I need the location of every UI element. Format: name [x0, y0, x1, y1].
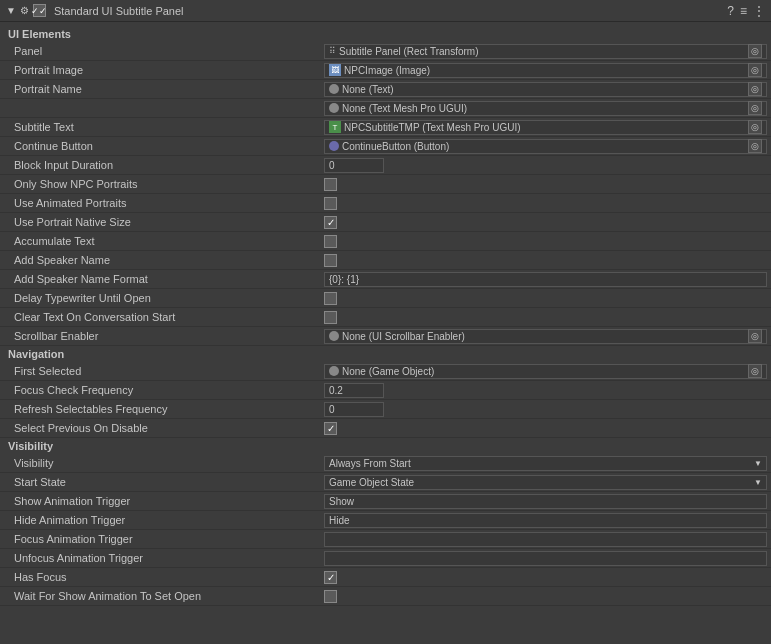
portrait-name-row: Portrait Name None (Text) ◎	[0, 80, 771, 99]
visibility-dd-arrow: ▼	[754, 459, 762, 468]
portrait-name2-field[interactable]: None (Text Mesh Pro UGUI) ◎	[324, 101, 767, 116]
add-speaker-name-row: Add Speaker Name	[0, 251, 771, 270]
subtitle-text-field[interactable]: T NPCSubtitleTMP (Text Mesh Pro UGUI) ◎	[324, 120, 767, 135]
add-speaker-name-checkbox[interactable]	[324, 254, 337, 267]
visibility-value[interactable]: Always From Start ▼	[320, 454, 771, 472]
title-bar: ▼ ⚙ ✓ Standard UI Subtitle Panel ? ≡ ⋮	[0, 0, 771, 22]
scrollbar-enabler-select-btn[interactable]: ◎	[748, 329, 762, 343]
scrollbar-enabler-text: None (UI Scrollbar Enabler)	[342, 331, 465, 342]
wait-show-anim-row: Wait For Show Animation To Set Open	[0, 587, 771, 606]
wait-show-anim-checkbox[interactable]	[324, 590, 337, 603]
wait-show-anim-value[interactable]	[320, 587, 771, 605]
portrait-name-field[interactable]: None (Text) ◎	[324, 82, 767, 97]
focus-check-value[interactable]: 0.2	[320, 381, 771, 399]
refresh-selectables-field[interactable]: 0	[324, 402, 384, 417]
has-focus-checkbox[interactable]	[324, 571, 337, 584]
clear-text-value[interactable]	[320, 308, 771, 326]
panel-select-btn[interactable]: ◎	[748, 44, 762, 58]
clear-text-checkbox[interactable]	[324, 311, 337, 324]
help-icon[interactable]: ?	[727, 4, 734, 18]
focus-check-field[interactable]: 0.2	[324, 383, 384, 398]
text-mesh-icon: T	[329, 121, 341, 133]
add-speaker-name-value[interactable]	[320, 251, 771, 269]
first-selected-select-btn[interactable]: ◎	[748, 364, 762, 378]
delay-typewriter-value[interactable]	[320, 289, 771, 307]
accumulate-text-checkbox[interactable]	[324, 235, 337, 248]
first-selected-value[interactable]: None (Game Object) ◎	[320, 362, 771, 380]
start-state-value[interactable]: Game Object State ▼	[320, 473, 771, 491]
only-show-npc-checkbox[interactable]	[324, 178, 337, 191]
accumulate-text-value[interactable]	[320, 232, 771, 250]
focus-anim-label: Focus Animation Trigger	[0, 533, 320, 545]
panel-field[interactable]: ⠿ Subtitle Panel (Rect Transform) ◎	[324, 44, 767, 59]
use-animated-value[interactable]	[320, 194, 771, 212]
continue-button-field[interactable]: ContinueButton (Button) ◎	[324, 139, 767, 154]
image-icon: 🖼	[329, 64, 341, 76]
delay-typewriter-checkbox[interactable]	[324, 292, 337, 305]
continue-button-label: Continue Button	[0, 140, 320, 152]
select-previous-value[interactable]	[320, 419, 771, 437]
refresh-selectables-value[interactable]: 0	[320, 400, 771, 418]
speaker-name-format-field[interactable]: {0}: {1}	[324, 272, 767, 287]
has-focus-value[interactable]	[320, 568, 771, 586]
use-animated-checkbox[interactable]	[324, 197, 337, 210]
portrait-name-value[interactable]: None (Text) ◎	[320, 80, 771, 98]
speaker-name-format-value[interactable]: {0}: {1}	[320, 270, 771, 288]
first-selected-none-icon	[329, 366, 339, 376]
portrait-name-select-btn[interactable]: ◎	[748, 82, 762, 96]
panel-value[interactable]: ⠿ Subtitle Panel (Rect Transform) ◎	[320, 42, 771, 60]
portrait-name2-select-btn[interactable]: ◎	[748, 101, 762, 115]
hide-anim-row: Hide Animation Trigger Hide	[0, 511, 771, 530]
portrait-image-field[interactable]: 🖼 NPCImage (Image) ◎	[324, 63, 767, 78]
scrollbar-enabler-value[interactable]: None (UI Scrollbar Enabler) ◎	[320, 327, 771, 345]
select-previous-checkbox[interactable]	[324, 422, 337, 435]
delay-typewriter-row: Delay Typewriter Until Open	[0, 289, 771, 308]
clear-text-label: Clear Text On Conversation Start	[0, 311, 320, 323]
subtitle-text-value[interactable]: T NPCSubtitleTMP (Text Mesh Pro UGUI) ◎	[320, 118, 771, 136]
block-input-value[interactable]: 0	[320, 156, 771, 174]
subtitle-text-select-btn[interactable]: ◎	[748, 120, 762, 134]
enabled-checkbox[interactable]: ✓	[33, 4, 46, 17]
unfocus-anim-field[interactable]	[324, 551, 767, 566]
hide-anim-value[interactable]: Hide	[320, 511, 771, 529]
use-portrait-native-value[interactable]	[320, 213, 771, 231]
continue-button-select-btn[interactable]: ◎	[748, 139, 762, 153]
first-selected-field[interactable]: None (Game Object) ◎	[324, 364, 767, 379]
focus-anim-field[interactable]	[324, 532, 767, 547]
continue-button-value[interactable]: ContinueButton (Button) ◎	[320, 137, 771, 155]
portrait-image-select-btn[interactable]: ◎	[748, 63, 762, 77]
select-previous-row: Select Previous On Disable	[0, 419, 771, 438]
first-selected-label: First Selected	[0, 365, 320, 377]
unfocus-anim-value[interactable]	[320, 549, 771, 567]
navigation-header: Navigation	[0, 346, 771, 362]
continue-button-row: Continue Button ContinueButton (Button) …	[0, 137, 771, 156]
scrollbar-enabler-field[interactable]: None (UI Scrollbar Enabler) ◎	[324, 329, 767, 344]
expand-icon[interactable]: ▼	[6, 5, 16, 16]
use-animated-row: Use Animated Portraits	[0, 194, 771, 213]
portrait-name2-value[interactable]: None (Text Mesh Pro UGUI) ◎	[320, 99, 771, 117]
scrollbar-enabler-row: Scrollbar Enabler None (UI Scrollbar Ena…	[0, 327, 771, 346]
title-icons: ? ≡ ⋮	[727, 4, 765, 18]
block-input-row: Block Input Duration 0	[0, 156, 771, 175]
hide-anim-field[interactable]: Hide	[324, 513, 767, 528]
more-icon[interactable]: ⋮	[753, 4, 765, 18]
show-anim-value[interactable]: Show	[320, 492, 771, 510]
start-state-dropdown[interactable]: Game Object State ▼	[324, 475, 767, 490]
hide-anim-label: Hide Animation Trigger	[0, 514, 320, 526]
wait-show-anim-label: Wait For Show Animation To Set Open	[0, 590, 320, 602]
block-input-field[interactable]: 0	[324, 158, 384, 173]
show-anim-field[interactable]: Show	[324, 494, 767, 509]
none-icon	[329, 84, 339, 94]
start-state-row: Start State Game Object State ▼	[0, 473, 771, 492]
only-show-npc-value[interactable]	[320, 175, 771, 193]
use-portrait-native-checkbox[interactable]	[324, 216, 337, 229]
refresh-selectables-row: Refresh Selectables Frequency 0	[0, 400, 771, 419]
select-previous-label: Select Previous On Disable	[0, 422, 320, 434]
continue-button-text: ContinueButton (Button)	[342, 141, 449, 152]
only-show-npc-label: Only Show NPC Portraits	[0, 178, 320, 190]
focus-anim-value[interactable]	[320, 530, 771, 548]
settings-icon[interactable]: ≡	[740, 4, 747, 18]
portrait-image-value[interactable]: 🖼 NPCImage (Image) ◎	[320, 61, 771, 79]
visibility-dropdown[interactable]: Always From Start ▼	[324, 456, 767, 471]
subtitle-text-row: Subtitle Text T NPCSubtitleTMP (Text Mes…	[0, 118, 771, 137]
